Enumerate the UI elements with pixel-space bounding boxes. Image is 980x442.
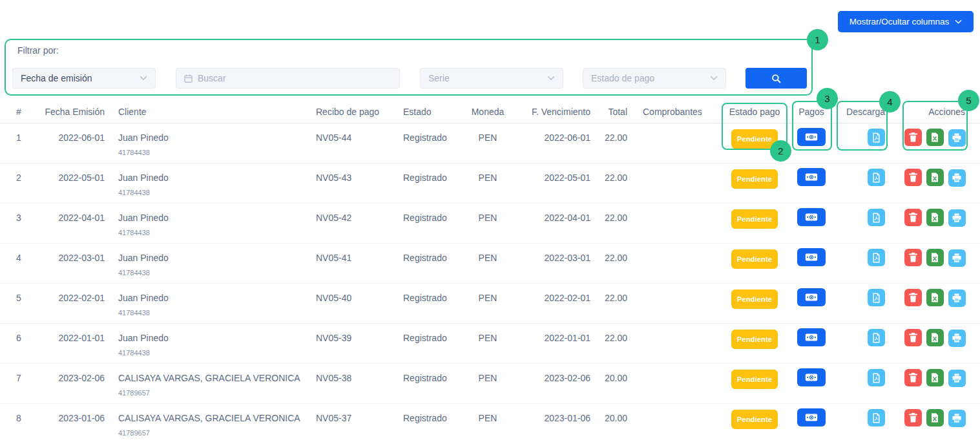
acciones-cell <box>904 329 965 347</box>
fecha-vencimiento: 2022-02-01 <box>526 292 590 304</box>
file-pdf-icon <box>872 132 881 143</box>
excel-button[interactable] <box>926 209 944 226</box>
toggle-columns-button[interactable]: Mostrar/Ocultar columnas <box>838 11 974 32</box>
estado: Registrado <box>403 292 463 304</box>
search-input[interactable] <box>198 73 391 83</box>
delete-button[interactable] <box>904 129 922 146</box>
fecha-emision: 2023-02-06 <box>34 372 105 384</box>
excel-button[interactable] <box>926 409 944 426</box>
excel-button[interactable] <box>926 249 944 266</box>
file-pdf-icon <box>872 173 881 183</box>
cliente-name: Juan Pinedo <box>118 172 312 184</box>
download-pdf-button[interactable] <box>868 369 885 386</box>
download-pdf-button[interactable] <box>868 209 885 226</box>
annotation-circle-3: 3 <box>817 88 838 109</box>
excel-button[interactable] <box>926 129 944 146</box>
print-button[interactable] <box>948 410 966 427</box>
filter-label: Filtrar por: <box>17 45 59 56</box>
total: 22.00 <box>595 292 627 304</box>
acciones-cell <box>904 249 965 267</box>
receipts-page: Mostrar/Ocultar columnas Filtrar por: Fe… <box>0 0 980 442</box>
excel-button[interactable] <box>926 289 944 306</box>
cliente-name: Juan Pinedo <box>118 332 312 344</box>
estado: Registrado <box>403 372 463 384</box>
annotation-circle-1: 1 <box>807 29 828 50</box>
table-row: 6 2022-01-01 Juan Pinedo 41784438 NV05-3… <box>0 324 980 364</box>
print-button[interactable] <box>948 330 966 347</box>
delete-button[interactable] <box>904 369 922 386</box>
printer-icon <box>952 293 961 302</box>
download-pdf-button[interactable] <box>868 129 885 146</box>
payments-button[interactable] <box>797 128 826 146</box>
delete-button[interactable] <box>904 289 922 306</box>
acciones-cell <box>904 209 965 227</box>
recibo-de-pago: NV05-37 <box>316 412 387 424</box>
table-row: 8 2023-01-06 CALISAYA VARGAS, GRACIELA V… <box>0 404 980 442</box>
acciones-cell <box>904 169 965 187</box>
printer-icon <box>952 173 961 182</box>
print-button[interactable] <box>948 249 966 267</box>
pagos-cell <box>795 408 828 426</box>
row-number: 4 <box>16 252 30 264</box>
total: 22.00 <box>595 252 627 264</box>
recibo-de-pago: NV05-38 <box>316 372 387 384</box>
delete-button[interactable] <box>904 169 922 186</box>
annotation-circle-2: 2 <box>770 140 791 162</box>
descarga-cell <box>839 249 885 266</box>
delete-button[interactable] <box>904 329 922 346</box>
col-header-moneda: Moneda <box>466 107 509 117</box>
download-pdf-button[interactable] <box>868 169 885 186</box>
print-button[interactable] <box>948 370 966 387</box>
print-button[interactable] <box>948 129 966 147</box>
status-badge: Pendiente <box>731 209 778 229</box>
filter-field-select[interactable]: Fecha de emisión <box>12 68 156 89</box>
excel-button[interactable] <box>926 369 944 386</box>
delete-button[interactable] <box>904 209 922 226</box>
estado-pago-select[interactable]: Estado de pago <box>583 68 726 89</box>
search-button[interactable] <box>745 68 807 89</box>
estado: Registrado <box>403 172 463 184</box>
download-pdf-button[interactable] <box>868 249 885 266</box>
total: 22.00 <box>595 132 627 143</box>
payments-button[interactable] <box>797 408 826 426</box>
cliente-name: CALISAYA VARGAS, GRACIELA VERONICA <box>118 372 312 384</box>
download-pdf-button[interactable] <box>868 289 885 306</box>
fecha-vencimiento: 2023-02-06 <box>526 372 590 384</box>
col-header-comprobantes: Comprobantes <box>643 107 709 117</box>
estado-pago-cell: Pendiente <box>725 370 784 389</box>
descarga-cell <box>839 169 885 186</box>
money-bill-icon <box>805 373 818 382</box>
payments-button[interactable] <box>797 368 826 386</box>
estado: Registrado <box>403 252 463 264</box>
payments-button[interactable] <box>797 288 826 306</box>
money-bill-icon <box>805 293 818 302</box>
print-button[interactable] <box>948 209 966 227</box>
table-row: 3 2022-04-01 Juan Pinedo 41784438 NV05-4… <box>0 204 980 244</box>
payments-button[interactable] <box>797 208 826 226</box>
col-header-descarga: Descarga <box>839 107 885 117</box>
download-pdf-button[interactable] <box>868 329 885 346</box>
acciones-cell <box>904 129 965 147</box>
print-button[interactable] <box>948 169 966 187</box>
payments-button[interactable] <box>797 248 826 266</box>
cliente-cell: Juan Pinedo 41784438 <box>118 252 312 279</box>
trash-icon <box>909 333 917 342</box>
recibo-de-pago: NV05-40 <box>316 292 387 304</box>
estado-pago-cell: Pendiente <box>725 289 784 309</box>
table-row: 1 2022-06-01 Juan Pinedo 41784438 NV05-4… <box>0 123 980 163</box>
row-number: 6 <box>16 332 30 344</box>
excel-button[interactable] <box>926 329 944 346</box>
delete-button[interactable] <box>904 249 922 266</box>
serie-select[interactable]: Serie <box>420 68 563 89</box>
search-field[interactable] <box>176 68 400 89</box>
status-badge: Pendiente <box>731 370 778 389</box>
cliente-name: Juan Pinedo <box>118 212 312 224</box>
download-pdf-button[interactable] <box>868 409 885 426</box>
payments-button[interactable] <box>797 168 826 186</box>
payments-button[interactable] <box>797 328 826 346</box>
excel-button[interactable] <box>926 169 944 186</box>
delete-button[interactable] <box>904 409 922 426</box>
print-button[interactable] <box>948 289 966 307</box>
recibo-de-pago: NV05-39 <box>316 332 387 344</box>
fecha-emision: 2022-03-01 <box>34 252 105 264</box>
